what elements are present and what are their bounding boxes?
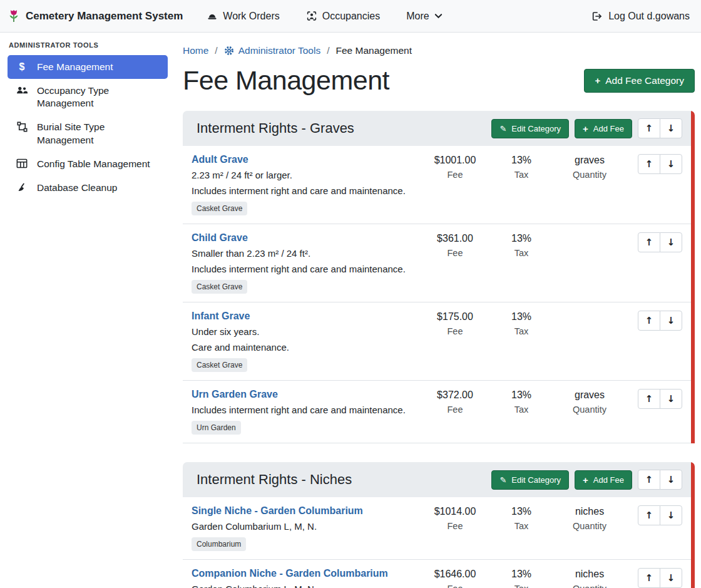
fee-tax: 13% [488, 311, 555, 322]
move-category-up-button[interactable]: ↑ [638, 118, 660, 138]
arrow-up-icon: ↑ [645, 510, 653, 521]
move-fee-down-button[interactable]: ↓ [660, 232, 682, 252]
arrow-up-icon: ↑ [645, 237, 653, 248]
breadcrumb: Home / Administrator Tools / Fee Managem… [183, 45, 695, 56]
users-icon [15, 85, 29, 95]
add-fee-button[interactable]: + Add Fee [575, 470, 632, 490]
fee-name-link[interactable]: Adult Grave [192, 154, 248, 165]
arrow-up-icon: ↑ [645, 123, 653, 134]
move-fee-up-button[interactable]: ↑ [638, 505, 660, 525]
breadcrumb-separator: / [327, 45, 329, 56]
move-fee-up-button[interactable]: ↑ [638, 154, 660, 174]
fee-tax: 13% [488, 233, 555, 244]
arrow-down-icon: ↓ [667, 315, 675, 326]
main-content: Home / Administrator Tools / Fee Managem… [175, 33, 701, 588]
fee-amount: $1001.00 [422, 155, 488, 166]
fee-name-link[interactable]: Companion Niche - Garden Columbarium [192, 568, 388, 579]
move-fee-down-button[interactable]: ↓ [660, 154, 682, 174]
person-frame-icon [306, 11, 317, 21]
move-fee-down-button[interactable]: ↓ [660, 311, 682, 331]
sidebar-heading: ADMINISTRATOR TOOLS [8, 41, 168, 55]
move-category-down-button[interactable]: ↓ [660, 470, 682, 490]
chevron-down-icon [434, 13, 443, 19]
add-fee-category-button[interactable]: + Add Fee Category [584, 69, 695, 93]
logout-button[interactable]: Log Out d.gowans [591, 11, 690, 22]
breadcrumb-separator: / [215, 45, 217, 56]
page-title: Fee Management [183, 65, 389, 96]
breadcrumb-home-link[interactable]: Home [183, 45, 208, 56]
nav-occupancies[interactable]: Occupancies [306, 11, 381, 22]
breadcrumb-admin-tools-link[interactable]: Administrator Tools [224, 45, 321, 56]
fee-row: Adult Grave 2.23 m² / 24 ft² or larger. … [183, 146, 691, 224]
fee-tax-label: Tax [488, 405, 555, 415]
nav-work-orders[interactable]: Work Orders [207, 11, 279, 22]
move-fee-up-button[interactable]: ↑ [638, 568, 660, 588]
fee-description: Garden Columbarium L, M, N. [192, 521, 416, 532]
plus-icon: + [595, 76, 600, 85]
arrow-down-icon: ↓ [667, 123, 675, 134]
fee-row: Single Niche - Garden Columbarium Garden… [183, 497, 691, 560]
fee-description: 2.23 m² / 24 ft² or larger. [192, 170, 416, 180]
move-fee-down-button[interactable]: ↓ [660, 389, 682, 409]
arrow-up-icon: ↑ [645, 315, 653, 326]
arrow-up-icon: ↑ [645, 158, 653, 170]
sidebar-item-fee-management[interactable]: $ Fee Management [8, 55, 168, 79]
logout-icon [591, 11, 603, 21]
move-fee-down-button[interactable]: ↓ [660, 505, 682, 525]
tulip-logo-icon [8, 9, 20, 24]
fee-name-link[interactable]: Child Grave [192, 232, 248, 244]
fee-amount: $361.00 [422, 233, 488, 244]
sidebar-item-occupancy-type[interactable]: Occupancy Type Management [8, 79, 168, 115]
category-header: Interment Rights - Niches ✎ Edit Categor… [183, 462, 691, 497]
edit-category-button[interactable]: ✎ Edit Category [491, 119, 569, 138]
fee-type-badge: Columbarium [192, 537, 246, 551]
fee-amount-label: Fee [422, 521, 488, 531]
nav-occupancies-label: Occupancies [322, 11, 381, 22]
fee-name-link[interactable]: Infant Grave [192, 311, 250, 322]
move-category-up-button[interactable]: ↑ [638, 470, 660, 490]
nav-more-label: More [406, 11, 429, 22]
fee-quantity-label: Quantity [555, 584, 625, 588]
move-fee-down-button[interactable]: ↓ [660, 568, 682, 588]
table-icon [15, 158, 29, 168]
pencil-icon: ✎ [499, 476, 506, 484]
move-fee-up-button[interactable]: ↑ [638, 389, 660, 409]
fee-quantity-label: Quantity [555, 170, 625, 180]
nav-more[interactable]: More [406, 11, 442, 22]
fee-name-link[interactable]: Urn Garden Grave [192, 389, 278, 400]
fee-tax-label: Tax [488, 326, 555, 336]
arrow-down-icon: ↓ [667, 393, 675, 405]
fee-tax-label: Tax [488, 521, 555, 531]
app-brand[interactable]: Cemetery Management System [8, 9, 183, 24]
fee-description-2: Includes interment right and care and ma… [192, 264, 416, 274]
breadcrumb-current: Fee Management [336, 45, 412, 56]
edit-category-button[interactable]: ✎ Edit Category [491, 470, 569, 490]
add-fee-button[interactable]: + Add Fee [575, 119, 632, 138]
arrow-up-icon: ↑ [645, 572, 653, 584]
fee-row: Urn Garden Grave Includes interment righ… [183, 381, 691, 443]
move-category-down-button[interactable]: ↓ [660, 118, 682, 138]
fee-tax-label: Tax [488, 170, 555, 180]
sidebar-item-burial-site-type[interactable]: Burial Site Type Management [8, 115, 168, 152]
pencil-icon: ✎ [499, 125, 506, 133]
main-nav: Work Orders Occupancies More [207, 11, 442, 22]
breadcrumb-admin-label: Administrator Tools [238, 45, 321, 56]
arrow-down-icon: ↓ [667, 474, 675, 485]
sidebar-item-config-table[interactable]: Config Table Management [8, 152, 168, 176]
fee-description-2: Includes interment right and care and ma… [192, 185, 416, 196]
top-navbar: Cemetery Management System Work Orders [0, 0, 701, 33]
fee-name-link[interactable]: Single Niche - Garden Columbarium [192, 505, 363, 517]
arrow-down-icon: ↓ [667, 572, 675, 584]
sidebar-item-label: Database Cleanup [37, 182, 117, 194]
fee-tax: 13% [488, 569, 555, 580]
fee-amount: $1014.00 [422, 506, 488, 517]
add-fee-category-label: Add Fee Category [605, 75, 684, 86]
fee-description: Smaller than 2.23 m² / 24 ft². [192, 248, 416, 259]
move-fee-up-button[interactable]: ↑ [638, 311, 660, 331]
move-fee-up-button[interactable]: ↑ [638, 232, 660, 252]
nav-work-orders-label: Work Orders [223, 11, 279, 22]
fee-tax: 13% [488, 155, 555, 166]
arrow-up-icon: ↑ [645, 474, 653, 485]
sidebar-item-database-cleanup[interactable]: Database Cleanup [8, 176, 168, 200]
sidebar-item-label: Config Table Management [37, 158, 150, 170]
